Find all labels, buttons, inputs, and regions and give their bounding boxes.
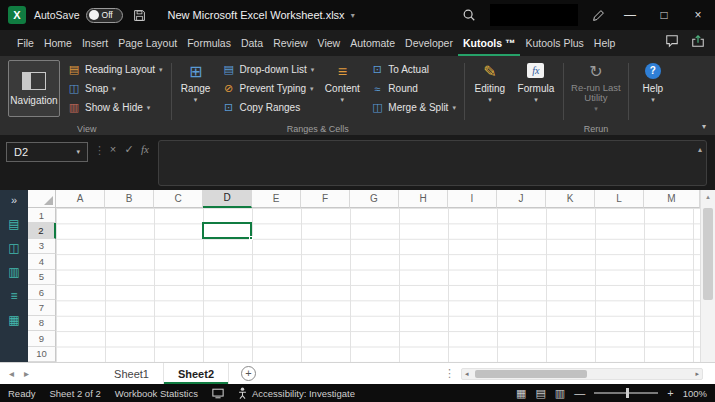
column-header[interactable]: A <box>56 190 105 208</box>
sheet-nav-right-icon[interactable]: ▸ <box>19 368 34 379</box>
comments-icon[interactable] <box>665 34 679 52</box>
sheet-nav-left-icon[interactable]: ◂ <box>4 368 19 379</box>
row-header-selected[interactable]: 2 <box>28 223 56 238</box>
row-header[interactable]: 6 <box>28 285 56 300</box>
grid-cells[interactable] <box>56 208 700 362</box>
tab-developer[interactable]: Developer <box>400 30 458 56</box>
macro-record-icon[interactable] <box>212 388 224 399</box>
excel-logo-icon[interactable]: X <box>8 6 26 24</box>
normal-view-icon[interactable]: ▦ <box>516 387 526 400</box>
enter-icon[interactable]: ✓ <box>122 143 136 156</box>
copy-ranges-button[interactable]: ⊡ Copy Ranges <box>219 98 318 117</box>
document-title[interactable]: New Microsoft Excel Worksheet.xlsx ▾ <box>168 9 355 21</box>
zoom-slider-thumb[interactable] <box>626 388 629 398</box>
tab-kutools[interactable]: Kutools ™ <box>458 30 521 56</box>
vertical-scrollbar[interactable]: ▴ <box>700 190 715 362</box>
rerun-last-utility-button[interactable]: ↻ Re-run Last Utility ▾ <box>569 60 623 113</box>
save-icon[interactable] <box>133 9 146 22</box>
vertical-scroll-thumb[interactable] <box>703 208 713 300</box>
formula-button[interactable]: fx Formula ▾ <box>514 60 558 104</box>
show-hide-button[interactable]: ▥ Show & Hide ▾ <box>64 98 166 117</box>
sheet-tab-sheet1[interactable]: Sheet1 <box>100 363 164 384</box>
row-header[interactable]: 4 <box>28 254 56 269</box>
column-header[interactable]: B <box>105 190 154 208</box>
page-layout-view-icon[interactable]: ▤ <box>535 387 545 400</box>
tab-file[interactable]: File <box>12 30 39 56</box>
formula-input[interactable] <box>158 140 707 186</box>
content-button[interactable]: ≡ Content ▾ <box>321 60 363 104</box>
tab-insert[interactable]: Insert <box>77 30 113 56</box>
snap-button[interactable]: ◫ Snap ▾ <box>64 79 166 98</box>
editing-button[interactable]: ✎ Editing ▾ <box>470 60 510 104</box>
horizontal-scrollbar[interactable]: ◂ ▸ <box>461 368 703 380</box>
column-header[interactable]: E <box>252 190 301 208</box>
zoom-slider[interactable] <box>594 392 658 394</box>
horizontal-scroll-thumb[interactable] <box>475 370 587 378</box>
column-pane-icon[interactable]: ◫ <box>8 242 19 254</box>
name-box[interactable]: D2 ▾ <box>6 142 88 162</box>
tab-review[interactable]: Review <box>268 30 312 56</box>
tab-page-layout[interactable]: Page Layout <box>113 30 182 56</box>
row-header[interactable]: 9 <box>28 331 56 346</box>
column-header[interactable]: L <box>595 190 644 208</box>
insert-function-icon[interactable]: fx <box>138 143 152 155</box>
name-pane-icon[interactable]: ▥ <box>8 266 19 278</box>
expand-pane-icon[interactable]: » <box>11 195 17 206</box>
help-button[interactable]: ? Help ▾ <box>634 60 672 104</box>
row-header[interactable]: 7 <box>28 300 56 315</box>
close-button[interactable]: × <box>681 0 715 30</box>
column-header[interactable]: F <box>301 190 350 208</box>
cancel-icon[interactable]: × <box>106 143 120 155</box>
navigation-button[interactable]: Navigation <box>8 60 60 117</box>
column-header[interactable]: K <box>546 190 595 208</box>
row-header[interactable]: 8 <box>28 316 56 331</box>
column-header[interactable]: C <box>154 190 203 208</box>
merge-split-button[interactable]: ◫ Merge & Split ▾ <box>367 98 459 117</box>
sheet-tab-sheet2[interactable]: Sheet2 <box>164 363 229 384</box>
new-sheet-button[interactable]: + <box>241 366 256 381</box>
minimize-button[interactable]: — <box>613 0 647 30</box>
range-button[interactable]: ⊞ Range ▾ <box>177 60 215 104</box>
collapse-formula-bar-icon[interactable]: ▴ <box>698 145 702 154</box>
search-icon[interactable] <box>462 8 476 22</box>
zoom-in-button[interactable]: + <box>667 387 673 399</box>
column-header[interactable]: I <box>448 190 497 208</box>
maximize-button[interactable]: □ <box>647 0 681 30</box>
tab-help[interactable]: Help <box>589 30 621 56</box>
row-header[interactable]: 3 <box>28 239 56 254</box>
column-header[interactable]: M <box>644 190 700 208</box>
row-header[interactable]: 1 <box>28 208 56 223</box>
column-header[interactable]: G <box>350 190 399 208</box>
zoom-percentage[interactable]: 100% <box>683 388 707 399</box>
column-header[interactable]: J <box>497 190 546 208</box>
page-break-view-icon[interactable]: ▥ <box>555 387 565 400</box>
column-header[interactable]: H <box>399 190 448 208</box>
selected-cell[interactable] <box>202 222 252 239</box>
autosave-toggle[interactable]: Off <box>86 8 123 23</box>
accessibility-button[interactable]: Accessibility: Investigate <box>238 387 355 399</box>
scroll-right-icon[interactable]: ▸ <box>692 370 702 378</box>
find-pane-icon[interactable]: ▦ <box>8 314 19 326</box>
zoom-out-button[interactable]: — <box>574 387 585 399</box>
to-actual-button[interactable]: ⊡ To Actual <box>367 60 459 79</box>
workbook-statistics-button[interactable]: Workbook Statistics <box>115 388 198 399</box>
tab-formulas[interactable]: Formulas <box>182 30 236 56</box>
tab-home[interactable]: Home <box>39 30 77 56</box>
workbook-pane-icon[interactable]: ▤ <box>8 218 19 230</box>
row-header[interactable]: 5 <box>28 270 56 285</box>
tab-view[interactable]: View <box>313 30 346 56</box>
collapse-ribbon-icon[interactable]: ▾ <box>702 122 706 131</box>
tab-automate[interactable]: Automate <box>345 30 400 56</box>
prevent-typing-button[interactable]: ⊘ Prevent Typing ▾ <box>219 79 318 98</box>
column-header-selected[interactable]: D <box>203 190 252 208</box>
fill-handle[interactable] <box>249 236 253 240</box>
row-header[interactable]: 10 <box>28 347 56 362</box>
reading-layout-button[interactable]: ▤ Reading Layout ▾ <box>64 60 166 79</box>
scroll-left-icon[interactable]: ◂ <box>462 370 472 378</box>
dropdown-list-button[interactable]: ▤ Drop-down List ▾ <box>219 60 318 79</box>
round-button[interactable]: ≈ Round <box>367 79 459 98</box>
share-icon[interactable] <box>691 34 705 52</box>
scroll-up-icon[interactable]: ▴ <box>701 190 715 201</box>
tab-data[interactable]: Data <box>236 30 268 56</box>
select-all-corner[interactable] <box>28 190 56 208</box>
